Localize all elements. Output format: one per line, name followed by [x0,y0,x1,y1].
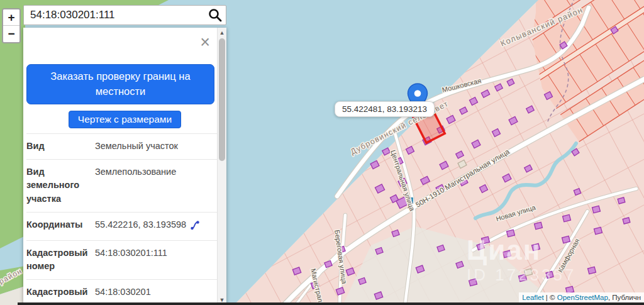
osm-link[interactable]: OpenStreetMap [557,294,608,301]
search-bar [23,5,226,25]
row-value: Земельный участок [95,140,178,153]
row-cadastral-quarter: Кадастровый квартал 54:18:030201 [26,280,217,305]
parcel-attributes: Вид Земельный участок Вид земельного уча… [26,133,217,305]
search-input[interactable] [24,6,208,25]
coordinates-tooltip: 55.422481, 83.193213 [335,101,435,117]
zoom-out-button[interactable]: − [3,26,19,42]
map-attribution: Leaflet | © OpenStreetMap, Публичн [519,292,644,302]
zoom-in-button[interactable]: + [3,9,19,26]
row-label: Кадастровый номер [26,247,95,274]
bottom-edge-bar [18,302,644,305]
attribution-separator: | © [544,294,557,301]
zoom-control: + − [2,8,21,43]
row-land-use-type: Вид земельного участка Землепользование [26,160,217,213]
row-coordinates: Координаты 55.422216, 83.193598 [26,213,217,241]
leaflet-link[interactable]: Leaflet [522,294,544,301]
order-boundary-check-button[interactable]: Заказать проверку границ на местности [26,64,214,104]
close-icon[interactable]: × [200,34,210,51]
row-label: Вид земельного участка [26,165,95,206]
scrollbar-thumb[interactable] [219,38,225,161]
row-value: 55.422216, 83.193598 [95,218,186,232]
row-value: 54:18:030201 [95,286,151,299]
route-icon[interactable] [190,220,200,235]
row-value: 54:18:030201:111 [95,247,167,260]
row-label: Вид [26,140,95,153]
row-value: Землепользование [95,165,176,179]
drawing-with-dimensions-button[interactable]: Чертеж с размерами [69,111,181,128]
row-vid: Вид Земельный участок [26,134,217,160]
panel-scrollbar[interactable]: ▲ ▼ [217,28,226,305]
row-cadastral-number: Кадастровый номер 54:18:030201:111 [26,241,217,280]
parcel-info-panel: × Заказать проверку границ на местности … [23,28,226,305]
cadastral-map-app: Колыванский район район Дубровинский сел… [0,0,644,305]
scroll-up-arrow[interactable]: ▲ [218,28,226,37]
search-icon[interactable] [208,8,223,23]
attribution-suffix: , Публичн [608,294,641,301]
row-label: Координаты [26,218,95,235]
